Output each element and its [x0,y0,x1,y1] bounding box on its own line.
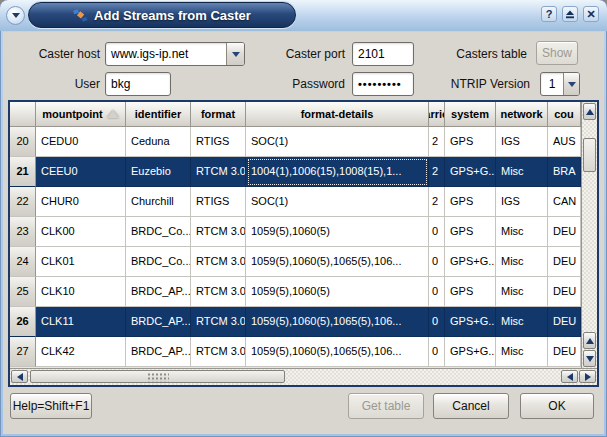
row-number[interactable]: 22 [10,187,36,217]
user-input[interactable]: bkg [105,72,171,96]
cell-format[interactable]: RTCM 3.0 [191,277,246,307]
column-header-carrier[interactable]: :arrier [429,102,445,127]
window-menu-button[interactable] [6,6,25,25]
cell-country[interactable]: DEU [548,277,581,307]
cell-network[interactable]: Misc [496,157,548,187]
cell-format-details[interactable]: SOC(1) [246,127,429,157]
row-number[interactable]: 26 [10,307,36,337]
cell-identifier[interactable]: BRDC_Co... [126,247,191,277]
column-header-mountpoint[interactable]: mountpoint [36,102,126,127]
cell-carrier[interactable]: 0 [429,217,445,247]
cell-mountpoint[interactable]: CLK01 [36,247,126,277]
cell-identifier[interactable]: BRDC_AP... [126,277,191,307]
show-button[interactable]: Show [536,41,578,65]
cell-identifier[interactable]: Ceduna [126,127,191,157]
table-row[interactable]: 23 CLK00 BRDC_Co... RTCM 3.0 1059(5),106… [10,217,597,247]
table-row[interactable]: 27 CLK42 BRDC_AP... RTCM 3.0 1059(5),106… [10,337,597,367]
cell-format-details[interactable]: 1059(5),1060(5) [246,217,429,247]
column-header-format[interactable]: format [191,102,246,127]
column-header-format-details[interactable]: format-details [246,102,429,127]
cell-country[interactable]: DEU [548,217,581,247]
cell-identifier[interactable]: Euzebio [126,157,191,187]
shade-button[interactable] [562,6,578,22]
cell-network[interactable]: Misc [496,277,548,307]
cell-network[interactable]: Misc [496,307,548,337]
cell-format[interactable]: RTCM 3.0 [191,247,246,277]
scroll-down-button[interactable] [583,350,596,367]
cell-country[interactable]: DEU [548,307,581,337]
cell-system[interactable]: GPS+G... [445,307,496,337]
column-header-identifier[interactable]: identifier [126,102,191,127]
scroll-up-button-2[interactable] [583,332,596,349]
row-number[interactable]: 23 [10,217,36,247]
table-row[interactable]: 26 CLK11 BRDC_AP... RTCM 3.0 1059(5),106… [10,307,597,337]
cell-format[interactable]: RTIGS [191,187,246,217]
cell-network[interactable]: IGS [496,187,548,217]
table-row[interactable]: 24 CLK01 BRDC_Co... RTCM 3.0 1059(5),106… [10,247,597,277]
ntrip-version-dropdown-button[interactable] [563,73,579,95]
row-number[interactable]: 20 [10,127,36,157]
cell-format-details[interactable]: 1004(1),1006(15),1008(15),1... [246,157,429,187]
cell-system[interactable]: GPS [445,277,496,307]
cell-format-details[interactable]: SOC(1) [246,187,429,217]
cell-network[interactable]: Misc [496,217,548,247]
cell-format-details[interactable]: 1059(5),1060(5),1065(5),106... [246,307,429,337]
table-row[interactable]: 21 CEEU0 Euzebio RTCM 3.0 1004(1),1006(1… [10,157,597,187]
cell-system[interactable]: GPS [445,187,496,217]
row-number[interactable]: 21 [10,157,36,187]
cell-identifier[interactable]: BRDC_AP... [126,307,191,337]
close-button[interactable]: ✕ [583,6,599,22]
table-row[interactable]: 22 CHUR0 Churchill RTIGS SOC(1) 2 GPS IG… [10,187,597,217]
cell-system[interactable]: GPS [445,127,496,157]
cell-system[interactable]: GPS+G... [445,157,496,187]
cell-format-details[interactable]: 1059(5),1060(5),1065(5),106... [246,247,429,277]
cell-mountpoint[interactable]: CLK00 [36,217,126,247]
scroll-left-button-2[interactable] [561,370,578,383]
cell-mountpoint[interactable]: CHUR0 [36,187,126,217]
help-titlebar-button[interactable]: ? [541,6,557,22]
cell-system[interactable]: GPS [445,217,496,247]
scroll-up-button[interactable] [583,103,596,120]
password-input[interactable]: ••••••••• [352,72,414,96]
cell-network[interactable]: IGS [496,127,548,157]
cell-carrier[interactable]: 0 [429,307,445,337]
cell-format[interactable]: RTCM 3.0 [191,217,246,247]
ok-button[interactable]: OK [520,393,594,419]
vertical-scrollbar[interactable] [581,102,597,368]
cell-identifier[interactable]: Churchill [126,187,191,217]
column-header-country[interactable]: cou [548,102,581,127]
row-number[interactable]: 25 [10,277,36,307]
cell-carrier[interactable]: 2 [429,127,445,157]
column-header-system[interactable]: system [445,102,496,127]
get-table-button[interactable]: Get table [348,393,424,419]
cell-identifier[interactable]: BRDC_Co... [126,217,191,247]
cell-mountpoint[interactable]: CLK42 [36,337,126,367]
cell-format[interactable]: RTIGS [191,127,246,157]
titlebar[interactable]: Add Streams from Caster ? ✕ [0,0,607,31]
row-number[interactable]: 27 [10,337,36,367]
cell-network[interactable]: Misc [496,247,548,277]
cell-carrier[interactable]: 0 [429,247,445,277]
cell-format[interactable]: RTCM 3.0 [191,337,246,367]
cell-network[interactable]: Misc [496,337,548,367]
column-header-network[interactable]: network [496,102,548,127]
scroll-right-button[interactable] [579,370,596,383]
cell-country[interactable]: BRA [548,157,581,187]
cell-system[interactable]: GPS+G... [445,247,496,277]
table-row[interactable]: 25 CLK10 BRDC_AP... RTCM 3.0 1059(5),106… [10,277,597,307]
row-number[interactable]: 24 [10,247,36,277]
cell-country[interactable]: DEU [548,337,581,367]
cell-mountpoint[interactable]: CLK11 [36,307,126,337]
ntrip-version-combobox[interactable]: 1 [540,72,580,96]
cell-carrier[interactable]: 0 [429,337,445,367]
cell-mountpoint[interactable]: CEDU0 [36,127,126,157]
cell-country[interactable]: AUS [548,127,581,157]
help-button[interactable]: Help=Shift+F1 [10,393,92,419]
cell-mountpoint[interactable]: CLK10 [36,277,126,307]
horizontal-scroll-thumb[interactable] [30,370,285,383]
cell-format[interactable]: RTCM 3.0 [191,307,246,337]
cell-country[interactable]: DEU [548,247,581,277]
vertical-scroll-thumb[interactable] [583,138,596,172]
scroll-left-button[interactable] [11,370,28,383]
cell-carrier[interactable]: 2 [429,187,445,217]
